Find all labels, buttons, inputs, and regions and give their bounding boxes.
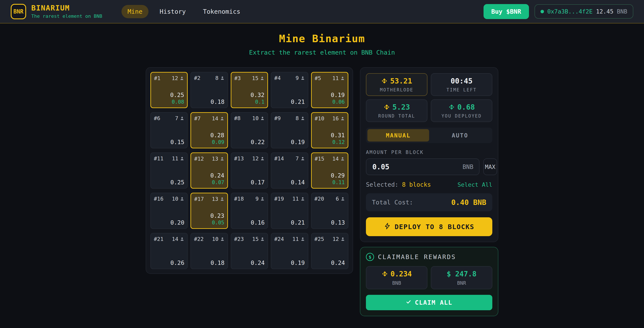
mining-block[interactable]: #16 10 0.20 xyxy=(150,193,188,229)
miner-icon xyxy=(300,116,305,121)
stat-value: 00:45 xyxy=(450,77,472,85)
mining-block[interactable]: #20 6 0.13 xyxy=(311,193,348,229)
miner-icon xyxy=(220,237,224,241)
topbar-right: Buy $BNR 0x7a3B...4f2E 12.45 BNB xyxy=(484,4,633,19)
nav-mine[interactable]: Mine xyxy=(122,5,148,18)
mining-block[interactable]: #22 10 0.18 xyxy=(190,233,228,269)
miner-icon xyxy=(220,157,224,161)
block-top: #12 13 xyxy=(194,156,224,162)
block-top: #18 9 xyxy=(234,196,264,202)
block-id: #13 xyxy=(234,155,244,162)
amount-input[interactable] xyxy=(372,163,462,171)
block-value: 0.18 xyxy=(210,98,224,105)
block-values: 0.23 0.05 xyxy=(194,212,224,226)
deploy-button-label: DEPLOY TO 8 BLOCKS xyxy=(395,223,474,231)
miner-icon xyxy=(340,76,345,80)
mining-block[interactable]: #17 13 0.23 0.05 xyxy=(190,193,228,229)
block-top: #6 7 xyxy=(154,115,184,121)
block-miner-count: 13 xyxy=(212,196,224,202)
mining-block[interactable]: #8 10 0.22 xyxy=(231,112,268,148)
miner-count-value: 8 xyxy=(296,115,299,121)
nav-tokenomics[interactable]: Tokenomics xyxy=(197,5,246,18)
block-id: #24 xyxy=(274,236,284,242)
mining-block[interactable]: #19 11 0.21 xyxy=(271,193,308,229)
control-panel: 53.21 MOTHERLODE 00:45 TIME LEFT 5.23 RO… xyxy=(360,67,498,242)
miner-count-value: 15 xyxy=(252,75,258,81)
block-top: #20 6 xyxy=(314,196,345,202)
mining-block[interactable]: #5 11 0.19 0.06 xyxy=(311,72,348,108)
block-value: 0.24 xyxy=(210,172,224,179)
block-values: 0.25 xyxy=(154,179,184,186)
block-top: #15 14 xyxy=(315,156,345,162)
block-value: 0.24 xyxy=(331,260,345,266)
select-all-link[interactable]: Select All xyxy=(458,181,492,188)
block-value: 0.14 xyxy=(291,179,305,186)
block-value: 0.18 xyxy=(210,260,224,266)
mining-block[interactable]: #25 12 0.24 xyxy=(311,233,348,269)
mining-block[interactable]: #24 11 0.19 xyxy=(271,233,308,269)
reward-value-row: 0.234 xyxy=(382,270,412,278)
mining-block[interactable]: #14 7 0.14 xyxy=(271,152,308,189)
mining-block[interactable]: #13 12 0.17 xyxy=(231,152,268,189)
block-values: 0.18 xyxy=(194,98,224,105)
deploy-button[interactable]: DEPLOY TO 8 BLOCKS xyxy=(366,217,492,236)
mining-block[interactable]: #21 14 0.26 xyxy=(150,233,188,269)
miner-icon xyxy=(180,157,184,161)
block-id: #4 xyxy=(274,75,281,81)
miner-count-value: 16 xyxy=(332,115,339,122)
tab-manual[interactable]: MANUAL xyxy=(368,129,429,142)
mining-block[interactable]: #18 9 0.16 xyxy=(231,193,268,229)
block-id: #22 xyxy=(194,236,204,242)
wallet-chip[interactable]: 0x7a3B...4f2E 12.45 BNB xyxy=(534,4,633,19)
tab-auto[interactable]: AUTO xyxy=(429,129,491,142)
stat-label: ROUND TOTAL xyxy=(378,113,415,119)
block-deployed-value: 0.07 xyxy=(212,179,224,185)
miner-icon xyxy=(180,237,184,241)
block-id: #8 xyxy=(234,115,240,121)
block-id: #12 xyxy=(194,156,204,162)
reward-card: 0.234 BNB xyxy=(366,266,428,289)
block-miner-count: 7 xyxy=(175,115,184,121)
buy-bnr-button[interactable]: Buy $BNR xyxy=(484,4,529,19)
stat-card: 5.23 ROUND TOTAL xyxy=(366,99,428,122)
miner-count-value: 14 xyxy=(332,156,339,162)
mining-block[interactable]: #3 15 0.32 0.1 xyxy=(231,72,268,108)
block-values: 0.19 0.06 xyxy=(315,92,345,105)
block-deployed-value: 0.1 xyxy=(255,99,264,105)
wallet-address: 0x7a3B...4f2E xyxy=(548,8,592,15)
brand-subtitle: The rarest element on BNB xyxy=(31,13,102,19)
mining-block[interactable]: #10 16 0.31 0.12 xyxy=(311,112,348,148)
block-miner-count: 7 xyxy=(296,155,305,162)
block-top: #16 10 xyxy=(154,196,184,202)
block-id: #20 xyxy=(314,196,324,202)
miner-icon xyxy=(260,237,264,241)
mining-block[interactable]: #6 7 0.15 xyxy=(150,112,188,148)
nav-history[interactable]: History xyxy=(154,5,192,18)
mining-block[interactable]: #11 11 0.25 xyxy=(150,152,188,189)
mining-block[interactable]: #15 14 0.29 0.11 xyxy=(311,152,348,189)
claim-all-label: CLAIM ALL xyxy=(415,299,452,306)
mining-block[interactable]: #4 9 0.21 xyxy=(271,72,308,108)
block-values: 0.32 0.1 xyxy=(234,92,264,105)
mining-block[interactable]: #1 12 0.25 0.08 xyxy=(150,72,188,108)
claim-all-button[interactable]: CLAIM ALL xyxy=(366,295,492,310)
block-id: #1 xyxy=(154,75,160,81)
block-id: #11 xyxy=(154,155,164,162)
max-button[interactable]: MAX xyxy=(483,158,497,175)
mining-block[interactable]: #23 15 0.24 xyxy=(231,233,268,269)
miner-count-value: 10 xyxy=(252,115,258,121)
miner-icon xyxy=(341,237,345,241)
mining-block[interactable]: #7 14 0.28 0.09 xyxy=(190,112,228,148)
block-values: 0.15 xyxy=(154,139,184,145)
block-miner-count: 15 xyxy=(252,75,264,81)
block-top: #23 15 xyxy=(234,236,264,242)
brand[interactable]: BNR BINARIUM The rarest element on BNB xyxy=(11,4,102,19)
mining-block[interactable]: #2 8 0.18 xyxy=(190,72,228,108)
miner-icon xyxy=(220,197,224,201)
mining-block[interactable]: #12 13 0.24 0.07 xyxy=(190,152,228,189)
miner-icon xyxy=(260,197,264,201)
mining-block[interactable]: #9 8 0.19 xyxy=(271,112,308,148)
block-values: 0.24 xyxy=(234,260,264,266)
block-id: #10 xyxy=(315,115,324,122)
block-deployed-value: 0.11 xyxy=(332,179,345,185)
